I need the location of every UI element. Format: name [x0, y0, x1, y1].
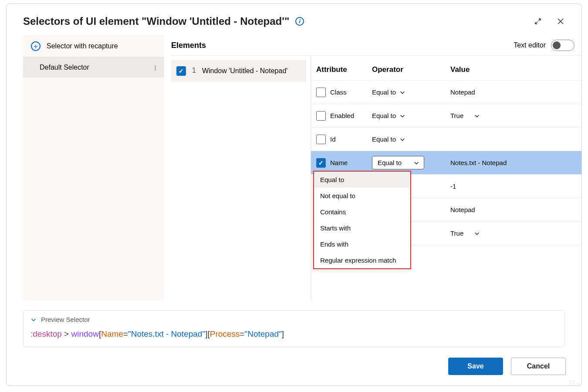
header-attribute: Attribute [311, 65, 372, 74]
attribute-checkbox[interactable] [316, 158, 326, 168]
cancel-button[interactable]: Cancel [511, 358, 566, 375]
dialog-title: Selectors of UI element "Window 'Untitle… [23, 15, 289, 27]
chevron-down-icon [413, 160, 419, 166]
attribute-name: Class [330, 88, 347, 96]
operator-option[interactable]: Equal to [314, 172, 410, 188]
preview-selector-code: :desktop > window[Name="Notes.txt - Note… [30, 329, 558, 339]
attribute-value: True [450, 230, 463, 237]
preview-label: Preview Selector [41, 316, 90, 323]
attributes-table: Attribute Operator Value ClassEqual toNo… [311, 56, 581, 301]
attribute-checkbox[interactable] [316, 111, 326, 121]
attribute-value: Notepad [450, 206, 475, 213]
save-button[interactable]: Save [448, 358, 503, 375]
operator-dropdown[interactable]: Equal to [372, 112, 450, 119]
attribute-row[interactable]: ClassEqual toNotepad [311, 81, 581, 104]
chevron-down-icon [399, 136, 406, 142]
operator-option[interactable]: Not equal to [314, 188, 410, 204]
chevron-down-icon[interactable] [474, 113, 480, 119]
chevron-down-icon[interactable] [474, 230, 480, 237]
more-icon[interactable]: ··· [154, 65, 159, 70]
element-index: 1 [192, 67, 196, 74]
selector-with-recapture-button[interactable]: + Selector with recapture [23, 35, 164, 57]
operator-option[interactable]: Starts with [314, 220, 410, 236]
attribute-row[interactable]: EnabledEqual toTrue [311, 104, 581, 128]
attribute-value: True [450, 112, 463, 119]
header-operator: Operator [372, 65, 450, 74]
attribute-value: -1 [450, 182, 456, 190]
selectors-sidebar: + Selector with recapture Default Select… [23, 35, 164, 301]
close-icon[interactable] [554, 14, 568, 28]
selector-item-label: Default Selector [40, 64, 89, 71]
chevron-down-icon [30, 317, 37, 323]
preview-toggle[interactable]: Preview Selector [30, 316, 558, 323]
attribute-name: Name [330, 159, 348, 166]
attribute-value: Notepad [450, 88, 475, 96]
title-bar: Selectors of UI element "Window 'Untitle… [7, 4, 581, 35]
attribute-name: Enabled [330, 112, 354, 119]
operator-dropdown-menu: Equal to Not equal to Contains Starts wi… [313, 171, 411, 269]
recapture-label: Selector with recapture [47, 42, 118, 50]
attribute-row[interactable]: IdEqual to [311, 128, 581, 151]
attribute-value: Notes.txt - Notepad [450, 159, 507, 166]
text-editor-label: Text editor [514, 41, 546, 49]
preview-selector-panel: Preview Selector :desktop > window[Name=… [23, 310, 565, 347]
operator-dropdown[interactable]: Equal to [372, 88, 450, 96]
element-item[interactable]: 1 Window 'Untitled - Notepad' [171, 60, 306, 82]
operator-dropdown[interactable]: Equal to [372, 135, 450, 143]
element-label: Window 'Untitled - Notepad' [202, 66, 287, 76]
attribute-checkbox[interactable] [316, 135, 326, 144]
text-editor-toggle[interactable] [551, 40, 574, 51]
operator-option[interactable]: Regular expression match [314, 252, 410, 268]
sidebar-item-default-selector[interactable]: Default Selector ··· [23, 57, 164, 78]
info-icon[interactable]: i [295, 17, 304, 26]
operator-option[interactable]: Contains [314, 204, 410, 220]
element-checkbox[interactable] [176, 66, 186, 76]
plus-icon: + [31, 41, 41, 51]
chevron-down-icon [399, 89, 406, 95]
expand-icon[interactable] [531, 14, 545, 28]
dialog-window: Selectors of UI element "Window 'Untitle… [6, 3, 582, 386]
resize-grip-icon[interactable]: . .. . . [569, 378, 579, 384]
chevron-down-icon [399, 113, 406, 119]
elements-heading: Elements [171, 41, 206, 50]
operator-option[interactable]: Ends with [314, 236, 410, 252]
attribute-checkbox[interactable] [316, 88, 326, 97]
operator-dropdown[interactable]: Equal to [372, 156, 424, 169]
header-value: Value [450, 65, 581, 74]
attribute-name: Id [330, 135, 336, 143]
